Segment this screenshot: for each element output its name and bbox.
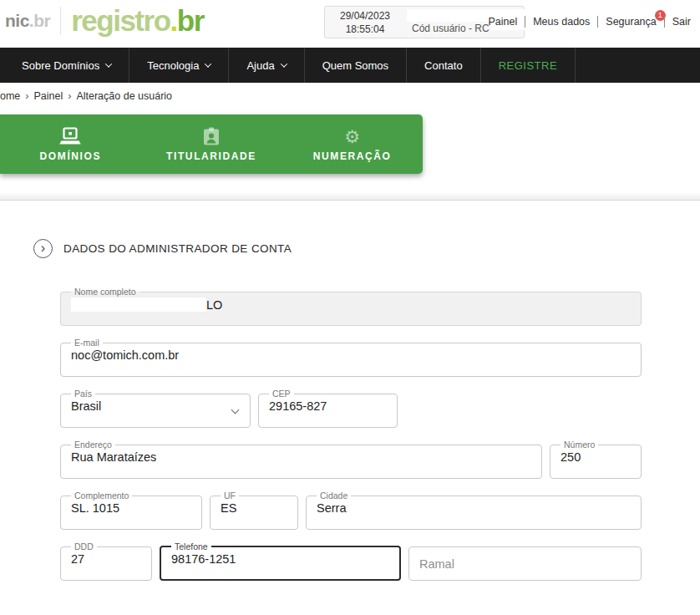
main-navigation: Sobre Domínios Tecnologia Ajuda Quem Som… xyxy=(0,48,700,83)
complemento-field[interactable]: Complemento SL. 1015 xyxy=(60,490,202,530)
form-row: País Brasil CEP 29165-827 xyxy=(60,389,642,428)
pais-label: País xyxy=(71,389,95,399)
ddd-label: DDD xyxy=(71,541,97,551)
tab-numeracao[interactable]: ⚙ NUMERAÇÃO xyxy=(282,114,423,174)
chevron-down-icon xyxy=(105,60,112,67)
section-header: › DADOS DO ADMINISTRADOR DE CONTA xyxy=(33,239,700,258)
pais-select[interactable]: País Brasil xyxy=(60,389,251,428)
registro-text: registr xyxy=(71,4,153,37)
chevron-down-icon xyxy=(280,60,287,67)
email-field[interactable]: E-mail noc@tomich.com.br xyxy=(60,338,642,377)
link-seguranca-label: Segurança xyxy=(606,16,656,28)
endereco-field[interactable]: Endereço Rua Marataízes xyxy=(60,440,542,479)
user-code-label: Cód usuário - RC xyxy=(412,23,489,34)
gear-icon: ⚙ xyxy=(344,126,360,146)
cep-value: 29165-827 xyxy=(269,399,387,413)
endereco-value: Rua Marataízes xyxy=(71,450,531,464)
nav-sobre-dominios[interactable]: Sobre Domínios xyxy=(0,48,129,83)
nav-ajuda[interactable]: Ajuda xyxy=(229,48,304,83)
endereco-label: Endereço xyxy=(71,440,115,450)
nav-label: Sobre Domínios xyxy=(22,59,99,72)
id-badge-icon xyxy=(203,126,220,146)
ddd-field[interactable]: DDD 27 xyxy=(60,541,152,581)
nav-label: REGISTRE xyxy=(499,59,557,72)
nicbr-logo[interactable]: nic.br xyxy=(5,11,50,31)
logo-dot: . xyxy=(170,4,177,37)
nav-tecnologia[interactable]: Tecnologia xyxy=(129,48,229,83)
nav-quem-somos[interactable]: Quem Somos xyxy=(305,48,407,83)
nav-contato[interactable]: Contato xyxy=(407,48,481,83)
nome-completo-value: LO xyxy=(71,297,631,312)
pais-value: Brasil xyxy=(71,399,240,413)
form-row: Complemento SL. 1015 UF ES Cidade Serra xyxy=(60,490,642,530)
nic-suffix-text: .br xyxy=(29,11,50,30)
cep-field[interactable]: CEP 29165-827 xyxy=(258,389,398,428)
cep-label: CEP xyxy=(269,389,294,399)
form-row: Endereço Rua Marataízes Número 250 xyxy=(60,440,642,479)
complemento-label: Complemento xyxy=(71,490,132,501)
session-date: 29/04/2023 xyxy=(325,10,405,23)
session-time: 18:55:04 xyxy=(325,23,405,37)
section-divider xyxy=(0,192,700,201)
breadcrumb: ome › Painel › Alteração de usuário xyxy=(0,90,700,102)
breadcrumb-separator: › xyxy=(68,90,71,102)
email-label: E-mail xyxy=(71,338,103,348)
link-sair[interactable]: Sair xyxy=(664,16,698,28)
ramal-field[interactable]: Ramal xyxy=(408,546,642,581)
registro-br-text: br xyxy=(177,4,204,37)
link-meus-dados[interactable]: Meus dados xyxy=(525,16,597,28)
logo-area: nic.br registro.br xyxy=(5,4,204,38)
breadcrumb-separator: › xyxy=(25,90,28,102)
uf-value: ES xyxy=(221,501,287,515)
account-tabbar: DOMÍNIOS TITULARIDADE ⚙ NUMERAÇÃO xyxy=(0,114,423,174)
nome-visible-text: LO xyxy=(206,298,222,312)
laptop-icon xyxy=(58,126,82,146)
breadcrumb-painel[interactable]: Painel xyxy=(34,90,63,102)
numero-label: Número xyxy=(561,440,598,450)
registro-o-text: o xyxy=(154,4,170,37)
registrobr-logo[interactable]: registro.br xyxy=(71,4,204,38)
nav-registre[interactable]: REGISTRE xyxy=(481,48,576,83)
uf-label: UF xyxy=(221,490,239,501)
redaction xyxy=(71,297,206,312)
tab-label: DOMÍNIOS xyxy=(40,150,101,162)
tab-dominios[interactable]: DOMÍNIOS xyxy=(0,114,141,174)
form-row: DDD 27 Telefone 98176-1251 Ramal xyxy=(60,541,642,581)
ramal-placeholder: Ramal xyxy=(419,557,454,571)
cidade-field[interactable]: Cidade Serra xyxy=(306,490,642,530)
link-painel[interactable]: Painel xyxy=(480,16,525,28)
link-seguranca[interactable]: Segurança1 xyxy=(597,16,663,28)
cidade-label: Cidade xyxy=(317,490,351,501)
telefone-value: 98176-1251 xyxy=(171,552,389,566)
top-header: nic.br registro.br 29/04/2023 18:55:04 C… xyxy=(0,0,700,48)
nic-text: nic xyxy=(5,11,29,30)
breadcrumb-current: Alteração de usuário xyxy=(76,90,172,102)
telefone-label: Telefone xyxy=(171,541,211,551)
nav-label: Quem Somos xyxy=(322,59,388,72)
account-admin-form: Nome completo LO E-mail noc@tomich.com.b… xyxy=(60,287,642,581)
tab-label: TITULARIDADE xyxy=(166,150,256,162)
cidade-value: Serra xyxy=(317,501,631,515)
logo-divider xyxy=(60,7,61,35)
numero-field[interactable]: Número 250 xyxy=(550,440,642,479)
ddd-value: 27 xyxy=(71,552,141,566)
chevron-down-icon xyxy=(205,60,211,67)
chevron-right-glyph: › xyxy=(41,241,45,255)
form-row: Nome completo LO xyxy=(60,287,642,326)
tab-label: NUMERAÇÃO xyxy=(313,150,392,162)
account-links: Painel Meus dados Segurança1 Sair xyxy=(480,16,698,28)
numero-value: 250 xyxy=(561,450,631,464)
email-value: noc@tomich.com.br xyxy=(71,348,631,362)
form-row: E-mail noc@tomich.com.br xyxy=(60,338,642,377)
nome-completo-field: Nome completo LO xyxy=(60,287,642,326)
breadcrumb-home[interactable]: ome xyxy=(0,90,20,102)
section-title: DADOS DO ADMINISTRADOR DE CONTA xyxy=(63,242,292,255)
tab-titularidade[interactable]: TITULARIDADE xyxy=(141,114,282,174)
telefone-field[interactable]: Telefone 98176-1251 xyxy=(160,541,401,581)
nav-label: Ajuda xyxy=(246,59,274,72)
nome-completo-label: Nome completo xyxy=(71,287,139,297)
expand-chevron-icon[interactable]: › xyxy=(33,239,53,258)
nav-label: Contato xyxy=(424,59,463,72)
session-datetime: 29/04/2023 18:55:04 xyxy=(325,7,405,38)
uf-field[interactable]: UF ES xyxy=(210,490,298,530)
